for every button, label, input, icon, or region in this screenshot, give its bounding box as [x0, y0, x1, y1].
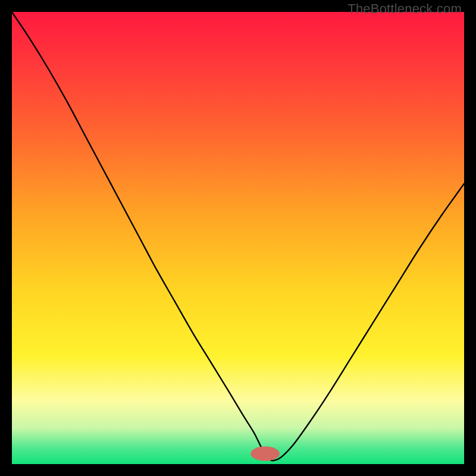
chart-background: [12, 12, 464, 464]
watermark-text: TheBottleneck.com: [347, 1, 462, 17]
chart-frame: [12, 12, 464, 464]
bottleneck-chart: [12, 12, 464, 464]
optimum-marker: [250, 446, 280, 461]
